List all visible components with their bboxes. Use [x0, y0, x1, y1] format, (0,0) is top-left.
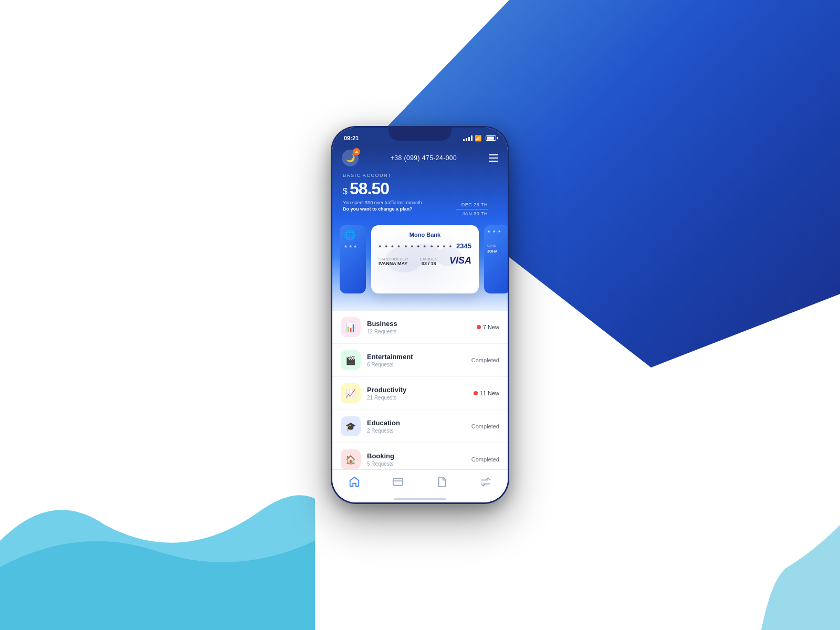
booking-info: Booking 5 Requests [367, 452, 465, 467]
entertainment-icon-wrap: 🎬 [341, 350, 361, 370]
business-status: 7 New [477, 324, 499, 330]
home-icon [349, 476, 360, 488]
education-icon: 🎓 [345, 422, 356, 432]
document-icon [436, 476, 448, 488]
entertainment-icon: 🎬 [345, 355, 356, 365]
phone-wrapper: 09:21 📶 [331, 126, 509, 504]
business-status-text: 7 New [483, 324, 499, 330]
entertainment-status: Completed [471, 357, 499, 363]
booking-status: Completed [471, 456, 499, 463]
education-subtitle: 2 Requests [367, 428, 465, 434]
booking-title: Booking [367, 452, 465, 460]
entertainment-title: Entertainment [367, 353, 465, 361]
logo-emoji: 🌙 [346, 154, 355, 162]
currency-symbol: $ [343, 187, 348, 196]
entertainment-subtitle: 6 Requests [367, 362, 465, 368]
list-item-business[interactable]: 📊 Business 12 Requests 7 New [332, 311, 508, 344]
booking-status-text: Completed [471, 456, 499, 463]
entertainment-status-text: Completed [471, 357, 499, 363]
business-icon: 📊 [345, 322, 356, 332]
header-row: 🌙 4 +38 (099) 475-24-000 [342, 150, 498, 166]
productivity-info: Productivity 21 Requests [367, 386, 467, 401]
business-status-dot [477, 325, 481, 329]
status-time: 09:21 [344, 135, 359, 141]
date-range: DEC 26 TH JAN 30 TH [456, 202, 488, 216]
signal-icon [463, 135, 472, 141]
date-from: DEC 26 TH [456, 202, 488, 207]
list-item-booking[interactable]: 🏠 Booking 5 Requests Completed [332, 443, 508, 469]
bottom-nav [332, 469, 508, 495]
balance-amount: 58.50 [350, 179, 389, 198]
home-indicator [332, 495, 508, 502]
booking-icon-wrap: 🏠 [341, 449, 361, 469]
card-right-holder: CARD [487, 244, 507, 247]
home-indicator-bar [394, 498, 446, 500]
business-info: Business 12 Requests [367, 320, 470, 334]
category-list: 📊 Business 12 Requests 7 New 🎬 [332, 311, 508, 469]
card-nav-icon [392, 476, 404, 488]
business-icon-wrap: 📊 [341, 317, 361, 337]
date-to: JAN 30 TH [456, 211, 488, 216]
battery-icon [486, 135, 496, 141]
list-item-productivity[interactable]: 📈 Productivity 21 Requests 11 New [332, 377, 508, 410]
nav-card[interactable] [387, 474, 409, 490]
notification-badge: 4 [353, 148, 360, 155]
productivity-status-dot [474, 391, 478, 395]
nav-transfer[interactable] [475, 474, 497, 490]
education-status: Completed [471, 423, 499, 429]
business-subtitle: 12 Requests [367, 329, 470, 334]
cards-section: 🌐 ★ ★ ★ Mono Bank [332, 219, 508, 311]
phone-number: +38 (099) 475-24-000 [391, 154, 457, 162]
phone-notch [388, 126, 452, 141]
productivity-status: 11 New [474, 390, 499, 396]
entertainment-info: Entertainment 6 Requests [367, 353, 465, 368]
education-title: Education [367, 419, 465, 427]
account-label: BASIC ACCOUNT [343, 173, 497, 178]
productivity-status-text: 11 New [480, 390, 499, 396]
account-section: BASIC ACCOUNT $ 58.50 DEC 26 TH JAN 30 T… [342, 173, 498, 212]
bg-wave-right [682, 472, 840, 630]
svg-rect-3 [393, 479, 403, 486]
education-icon-wrap: 🎓 [341, 416, 361, 436]
productivity-icon-wrap: 📈 [341, 383, 361, 403]
productivity-subtitle: 21 Requests [367, 395, 467, 401]
main-credit-card[interactable]: Mono Bank ● ● ● ● ● ● ● ● ● ● ● ● 2345 C… [371, 225, 479, 293]
cards-scroll: 🌐 ★ ★ ★ Mono Bank [332, 225, 508, 293]
booking-icon: 🏠 [345, 455, 356, 465]
business-title: Business [367, 320, 470, 328]
logo-button[interactable]: 🌙 4 [342, 150, 359, 166]
nav-docs[interactable] [431, 474, 453, 490]
transfer-icon [480, 476, 491, 488]
booking-subtitle: 5 Requests [367, 461, 465, 467]
status-icons: 📶 [463, 135, 496, 142]
education-info: Education 2 Requests [367, 419, 465, 434]
phone-frame: 09:21 📶 [331, 126, 509, 504]
date-divider [456, 209, 488, 209]
list-item-education[interactable]: 🎓 Education 2 Requests Completed [332, 410, 508, 443]
card-right-name: JOHA [487, 249, 507, 253]
card-left-partial[interactable]: 🌐 ★ ★ ★ [340, 225, 366, 293]
svg-point-2 [436, 247, 462, 266]
wifi-icon: 📶 [475, 135, 482, 142]
card-right-partial[interactable]: ★ ★ ★ CARD JOHA [484, 225, 508, 293]
productivity-icon: 📈 [345, 388, 356, 398]
nav-home[interactable] [343, 474, 365, 490]
card-world-map-svg [371, 225, 479, 293]
app-header: 🌙 4 +38 (099) 475-24-000 BASIC ACCOUNT $ [332, 146, 508, 219]
balance-row: $ 58.50 [343, 179, 497, 198]
card-right-stars: ★ ★ ★ [487, 229, 507, 234]
phone-screen: 09:21 📶 [332, 128, 508, 502]
list-item-entertainment[interactable]: 🎬 Entertainment 6 Requests Completed [332, 344, 508, 377]
education-status-text: Completed [471, 423, 499, 429]
productivity-title: Productivity [367, 386, 467, 394]
bg-wave-left [0, 446, 315, 630]
menu-button[interactable] [489, 154, 498, 162]
